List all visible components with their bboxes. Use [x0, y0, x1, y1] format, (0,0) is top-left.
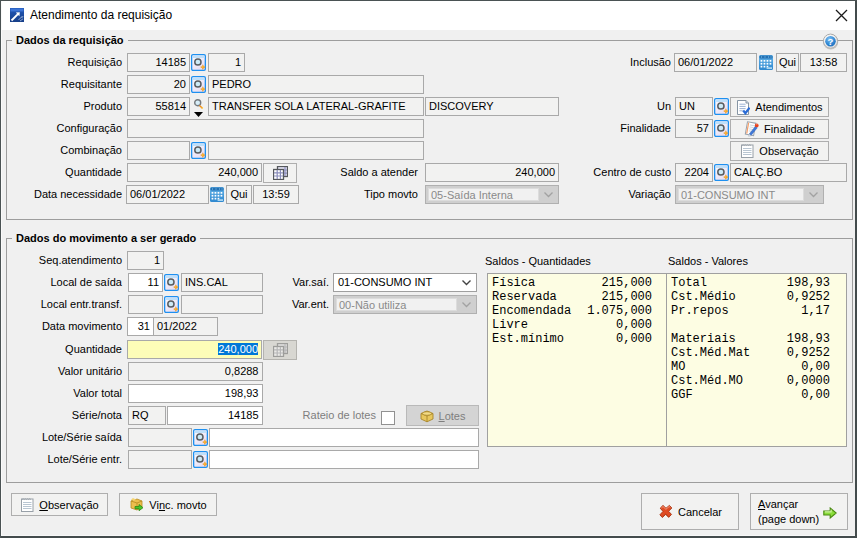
svg-text:?: ? — [828, 36, 834, 47]
